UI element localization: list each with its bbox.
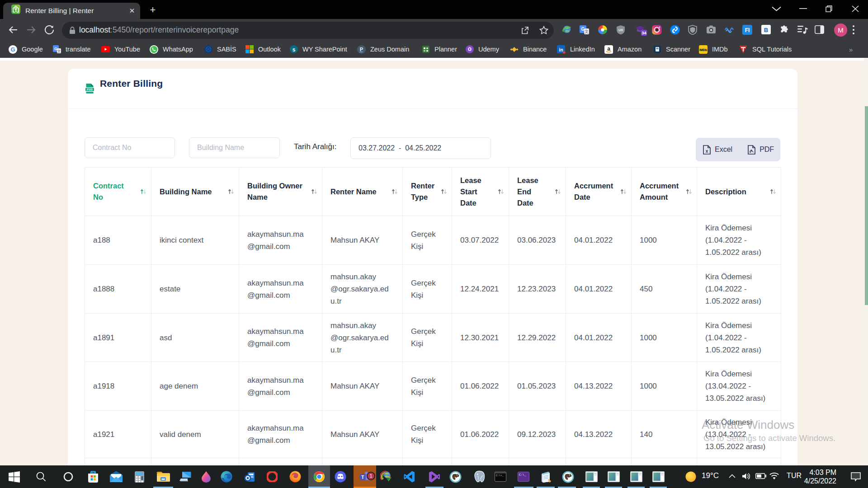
svg-text:in: in (559, 47, 563, 52)
svg-text:G: G (10, 46, 15, 53)
svg-text:FI: FI (745, 27, 750, 33)
svg-text:P: P (360, 46, 363, 52)
svg-text:T: T (361, 474, 364, 479)
svg-text:C:\>_: C:\>_ (496, 474, 504, 477)
svg-text:PSD: PSD (87, 88, 93, 91)
svg-text:B: B (764, 27, 768, 33)
svg-text:IMDb: IMDb (699, 48, 707, 51)
svg-text:34: 34 (642, 30, 646, 35)
svg-text:a: a (607, 46, 610, 52)
svg-text:x: x (706, 148, 708, 153)
svg-text:C:\_: C:\_ (519, 474, 526, 477)
svg-text:文: 文 (57, 49, 61, 53)
svg-text:文: 文 (585, 29, 589, 34)
svg-text:U0: U0 (618, 28, 623, 32)
svg-text:s: s (292, 47, 296, 53)
